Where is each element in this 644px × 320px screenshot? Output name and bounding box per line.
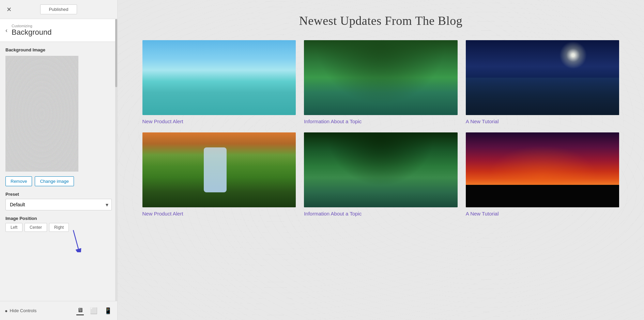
- image-position-label: Image Position: [5, 216, 112, 221]
- post-image-forest2: [304, 132, 458, 207]
- blog-card: A New Tutorial: [466, 132, 619, 217]
- close-icon: ✕: [6, 6, 12, 13]
- preset-select-wrap: Default Cover Contain Repeat Custom ▾: [5, 199, 112, 210]
- customizing-label: Customizing: [12, 24, 51, 28]
- change-image-button[interactable]: Change image: [35, 176, 74, 186]
- blog-card: New Product Alert: [142, 40, 296, 124]
- post-image-forest: [304, 40, 458, 115]
- post-image-ocean: [142, 40, 296, 115]
- blog-card: New Product Alert: [142, 132, 296, 217]
- post-image-waterfall: [142, 132, 296, 207]
- bg-image-label: Background Image: [5, 47, 112, 52]
- section-header: ‹ Customizing Background: [0, 19, 117, 42]
- circle-icon: ●: [5, 308, 7, 314]
- tablet-icon: ⬜: [90, 307, 97, 314]
- preset-select[interactable]: Default Cover Contain Repeat Custom: [5, 199, 112, 210]
- hide-controls-label: Hide Controls: [10, 308, 36, 313]
- blog-grid: New Product Alert Information About a To…: [142, 40, 619, 217]
- post-link-6[interactable]: A New Tutorial: [466, 211, 619, 217]
- back-button[interactable]: ‹: [5, 27, 7, 34]
- blog-section-title: Newest Updates From The Blog: [138, 14, 624, 28]
- hide-controls-button[interactable]: ● Hide Controls: [5, 308, 36, 314]
- top-bar: ✕ Published: [0, 0, 117, 19]
- published-button[interactable]: Published: [40, 4, 77, 14]
- img-pos-right-button[interactable]: Right: [49, 223, 69, 232]
- desktop-view-button[interactable]: 🖥: [76, 306, 84, 315]
- img-pos-left-button[interactable]: Left: [5, 223, 22, 232]
- tablet-view-button[interactable]: ⬜: [89, 306, 98, 315]
- blog-card: Information About a Topic: [304, 132, 458, 217]
- post-link-1[interactable]: New Product Alert: [142, 118, 296, 124]
- remove-button[interactable]: Remove: [5, 176, 32, 186]
- preview-area: Newest Updates From The Blog New Product…: [118, 0, 644, 320]
- post-link-2[interactable]: Information About a Topic: [304, 118, 458, 124]
- mobile-icon: 📱: [104, 307, 112, 314]
- blog-card: Information About a Topic: [304, 40, 458, 124]
- bg-preview-image: [5, 56, 78, 172]
- mobile-view-button[interactable]: 📱: [104, 306, 112, 315]
- blog-card: A New Tutorial: [466, 40, 619, 124]
- panel-content: Background Image Remove Change image Pre…: [0, 42, 117, 301]
- device-icons: 🖥 ⬜ 📱: [76, 306, 112, 315]
- desktop-icon: 🖥: [77, 307, 83, 314]
- image-action-buttons: Remove Change image: [5, 176, 112, 186]
- scroll-thumb: [115, 19, 117, 87]
- image-position-buttons: Left Center Right: [5, 223, 112, 232]
- close-button[interactable]: ✕: [4, 5, 14, 14]
- post-link-3[interactable]: A New Tutorial: [466, 118, 619, 124]
- bottom-bar: ● Hide Controls 🖥 ⬜ 📱: [0, 301, 117, 320]
- post-link-4[interactable]: New Product Alert: [142, 211, 296, 217]
- back-icon: ‹: [5, 27, 7, 34]
- section-main-title: Background: [12, 28, 51, 37]
- section-title-wrap: Customizing Background: [12, 24, 51, 37]
- preset-label: Preset: [5, 192, 112, 197]
- post-image-moonlit: [466, 40, 619, 115]
- img-pos-center-button[interactable]: Center: [25, 223, 47, 232]
- customizer-panel: ✕ Published ‹ Customizing Background Bac…: [0, 0, 118, 320]
- post-link-5[interactable]: Information About a Topic: [304, 211, 458, 217]
- scroll-indicator: [115, 19, 117, 301]
- post-image-sunset: [466, 132, 619, 207]
